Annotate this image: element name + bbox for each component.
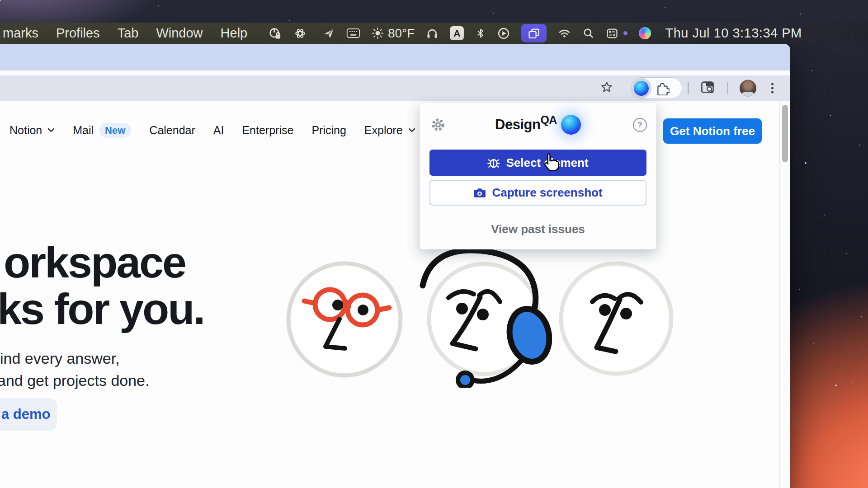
face-illustration-glasses xyxy=(285,260,404,379)
macos-menu-bar: marks Profiles Tab Window Help 80°F A xyxy=(0,23,868,44)
chevron-down-icon xyxy=(47,128,55,132)
new-badge: New xyxy=(99,123,131,138)
menu-help[interactable]: Help xyxy=(221,26,248,41)
hero-subheading: ind every answer, and get projects done. xyxy=(0,347,149,392)
control-center-icon[interactable] xyxy=(606,27,618,40)
play-circle-icon[interactable] xyxy=(497,27,510,40)
face-illustration-plain xyxy=(557,260,675,379)
tab-search-icon[interactable] xyxy=(700,80,715,96)
nav-explore[interactable]: Explore xyxy=(364,124,415,137)
designqa-logo-orb xyxy=(561,115,581,135)
nav-enterprise[interactable]: Enterprise xyxy=(242,124,293,137)
designqa-popup: DesignQA ? Select element Capture screen… xyxy=(420,103,656,249)
openai-icon[interactable] xyxy=(293,27,307,40)
nav-calendar[interactable]: Calendar xyxy=(149,124,195,137)
menu-window[interactable]: Window xyxy=(156,26,203,41)
extensions-puzzle-icon[interactable] xyxy=(655,81,670,95)
recording-dot xyxy=(623,31,627,35)
page-content: Notion Mail New Calendar AI Enterprise P… xyxy=(0,101,790,488)
nav-notion[interactable]: Notion xyxy=(9,124,55,137)
capture-screenshot-button[interactable]: Capture screenshot xyxy=(429,180,646,206)
site-nav: Notion Mail New Calendar AI Enterprise P… xyxy=(9,117,415,143)
menu-tab[interactable]: Tab xyxy=(118,26,139,41)
get-notion-free-button[interactable]: Get Notion free xyxy=(663,118,762,144)
gear-icon[interactable] xyxy=(431,117,445,134)
help-icon[interactable]: ? xyxy=(633,118,647,132)
toolbar-separator xyxy=(727,82,728,94)
popup-header: DesignQA ? xyxy=(420,103,656,146)
wifi-icon[interactable] xyxy=(558,27,571,40)
keyboard-icon[interactable] xyxy=(346,27,360,39)
chevron-down-icon xyxy=(408,128,415,132)
temperature-readout: 80°F xyxy=(388,26,415,41)
menu-bar-status: 80°F A Thu Jul 10 3:13:34 PM xyxy=(323,23,802,44)
browser-toolbar xyxy=(0,75,790,101)
designqa-logo: DesignQA xyxy=(495,115,581,135)
browser-window: Notion Mail New Calendar AI Enterprise P… xyxy=(0,44,790,488)
bug-icon xyxy=(487,156,500,169)
face-illustration-headset xyxy=(416,247,552,388)
hero-heading: orkspace ks for you. xyxy=(0,239,204,332)
headphones-icon[interactable] xyxy=(426,27,439,40)
wallpaper-stars xyxy=(0,0,1,1)
menu-bookmarks[interactable]: marks xyxy=(3,26,38,41)
spotlight-search-icon[interactable] xyxy=(582,27,594,39)
toolbar-separator xyxy=(688,82,689,94)
siri-icon[interactable] xyxy=(639,27,651,39)
page-scrollbar-thumb[interactable] xyxy=(782,105,788,162)
designqa-extension-orb[interactable] xyxy=(634,81,649,96)
select-element-button[interactable]: Select element xyxy=(429,150,646,176)
extensions-pill xyxy=(631,77,682,99)
view-past-issues-link[interactable]: View past issues xyxy=(420,222,656,236)
browser-tab-strip xyxy=(0,44,790,70)
screen-mirror-icon[interactable] xyxy=(521,24,547,42)
bluetooth-icon[interactable] xyxy=(475,27,486,39)
menu-profiles[interactable]: Profiles xyxy=(56,26,100,41)
menu-bar-clock[interactable]: Thu Jul 10 3:13:34 PM xyxy=(665,26,802,41)
profile-avatar[interactable] xyxy=(740,80,756,97)
bookmark-star-icon[interactable] xyxy=(600,81,613,95)
input-source-badge[interactable]: A xyxy=(450,26,464,40)
app-menus: marks Profiles Tab Window Help xyxy=(0,26,247,41)
page-scrollbar-track xyxy=(779,101,790,488)
sun-icon[interactable] xyxy=(372,27,384,39)
nav-mail[interactable]: Mail New xyxy=(73,123,131,138)
paper-plane-icon[interactable] xyxy=(323,27,335,39)
screen-lock-icon[interactable] xyxy=(268,27,282,40)
kebab-menu-icon[interactable] xyxy=(771,83,774,94)
request-demo-button[interactable]: a demo xyxy=(0,398,57,431)
nav-pricing[interactable]: Pricing xyxy=(311,124,346,137)
nav-ai[interactable]: AI xyxy=(213,124,224,137)
camera-icon xyxy=(473,188,486,198)
